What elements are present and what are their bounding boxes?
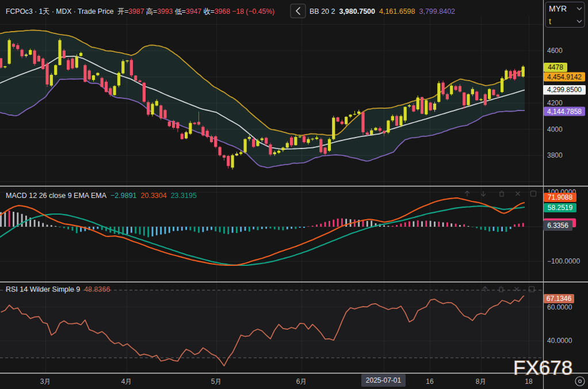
- svg-text:67.1346: 67.1346: [547, 295, 572, 303]
- svg-text:6月: 6月: [296, 377, 307, 386]
- svg-text:4月: 4月: [121, 377, 132, 386]
- svg-text:4000: 4000: [547, 125, 563, 134]
- svg-text:40.0000: 40.0000: [547, 337, 572, 345]
- svg-text:MACD 12 26 close 9 EMA EMA −2: MACD 12 26 close 9 EMA EMA −2.9891 20.33…: [6, 192, 197, 200]
- svg-text:BB 20 2 3,980.7500 4,161.659: BB 20 2 3,980.7500 4,161.6598 3,799.8402: [310, 7, 455, 16]
- svg-text:4600: 4600: [547, 47, 563, 55]
- svg-text:3800: 3800: [547, 151, 563, 159]
- svg-text:16: 16: [426, 377, 434, 386]
- svg-text:71.9088: 71.9088: [548, 193, 573, 201]
- svg-text:8月: 8月: [476, 377, 487, 386]
- svg-text:4,144.7858: 4,144.7858: [547, 108, 582, 116]
- svg-text:4,299.8500: 4,299.8500: [547, 86, 582, 94]
- svg-text:3月: 3月: [40, 377, 51, 386]
- svg-text:60.0000: 60.0000: [547, 303, 572, 311]
- svg-text:4478: 4478: [548, 63, 563, 71]
- svg-text:4,454.9142: 4,454.9142: [547, 73, 582, 81]
- svg-text:58.2519: 58.2519: [548, 204, 573, 212]
- svg-text:开=3987 高=3993 低=3947 收=3968 −1: 开=3987 高=3993 低=3947 收=3968 −18 (−0.45%): [117, 7, 274, 16]
- svg-text:MYR: MYR: [549, 4, 567, 13]
- svg-text:FCPOc3 · 1天 · MDX · Trade Pric: FCPOc3 · 1天 · MDX · Trade Price: [6, 7, 114, 16]
- svg-text:RSI 14 Wilder Simple 9 48.836: RSI 14 Wilder Simple 9 48.8366: [6, 285, 110, 293]
- svg-text:18: 18: [525, 377, 533, 386]
- svg-text:−100.0000: −100.0000: [547, 257, 580, 265]
- svg-text:4200: 4200: [547, 99, 563, 107]
- svg-text:2025-07-01: 2025-07-01: [366, 376, 402, 384]
- svg-text:6.3356: 6.3356: [547, 222, 568, 230]
- svg-text:FX678: FX678: [513, 356, 572, 379]
- svg-text:t: t: [549, 17, 551, 26]
- svg-text:5月: 5月: [211, 377, 222, 386]
